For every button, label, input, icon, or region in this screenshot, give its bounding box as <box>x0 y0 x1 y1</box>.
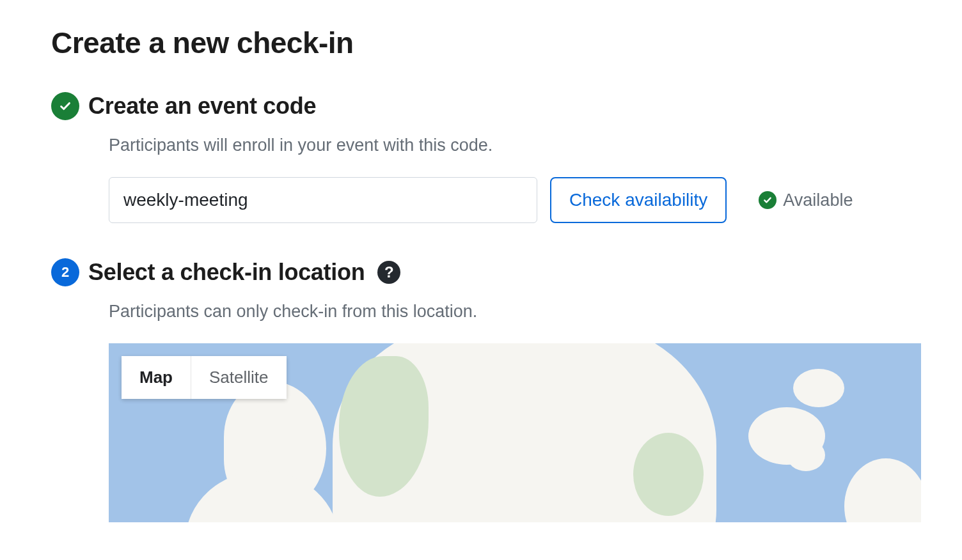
step-body: Participants will enroll in your event w… <box>51 136 911 223</box>
checkmark-icon <box>762 195 773 205</box>
check-availability-button[interactable]: Check availability <box>550 177 727 223</box>
map-landmass <box>787 439 825 471</box>
step-complete-icon <box>51 92 79 120</box>
step-location: 2 Select a check-in location ? Participa… <box>51 258 911 522</box>
step-title: Select a check-in location <box>88 259 365 286</box>
map-tabs: Map Satellite <box>122 356 287 399</box>
map-tab-satellite[interactable]: Satellite <box>191 356 287 399</box>
status-label: Available <box>783 191 853 210</box>
map-widget[interactable]: Map Satellite <box>109 343 921 522</box>
step-header: Create an event code <box>51 92 911 120</box>
map-landmass <box>793 369 844 407</box>
step-number-badge: 2 <box>51 258 79 286</box>
step-event-code: Create an event code Participants will e… <box>51 92 911 223</box>
availability-status: Available <box>759 191 853 210</box>
event-code-row: Check availability Available <box>109 177 911 223</box>
success-icon <box>759 191 777 209</box>
help-icon[interactable]: ? <box>377 261 400 284</box>
step-header: 2 Select a check-in location ? <box>51 258 911 286</box>
map-landmass <box>844 458 921 522</box>
step-title: Create an event code <box>88 93 316 120</box>
map-landmass <box>633 433 704 516</box>
event-code-input[interactable] <box>109 177 537 223</box>
map-tab-map[interactable]: Map <box>122 356 191 399</box>
step-description: Participants can only check-in from this… <box>109 302 911 322</box>
step-description: Participants will enroll in your event w… <box>109 136 911 155</box>
checkmark-icon <box>58 99 72 113</box>
step-body: Participants can only check-in from this… <box>51 302 911 522</box>
page-title: Create a new check-in <box>51 26 911 60</box>
